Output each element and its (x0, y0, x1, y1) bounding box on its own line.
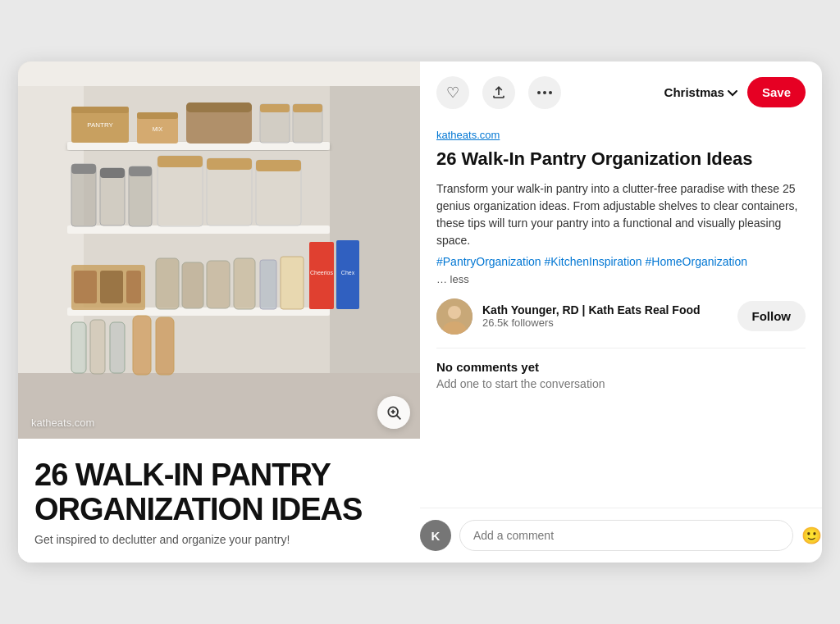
author-avatar[interactable] (436, 298, 472, 335)
article-title: 26 Walk-In Pantry Organization Ideas (436, 148, 806, 171)
svg-text:Chex: Chex (341, 270, 355, 276)
board-selector[interactable]: Christmas (664, 85, 737, 99)
pin-subtitle: Get inspired to declutter and organize y… (34, 533, 404, 546)
svg-rect-12 (137, 112, 178, 119)
svg-rect-39 (234, 258, 255, 309)
right-panel: ♡ Christmas (420, 61, 822, 563)
emoji-button[interactable]: 🙂 (801, 526, 822, 545)
hashtags[interactable]: #PantryOrganization #KitchenInspiration … (436, 253, 806, 271)
svg-rect-47 (90, 320, 105, 374)
svg-rect-15 (186, 102, 252, 112)
svg-text:MIX: MIX (153, 126, 163, 132)
pin-card: PANTRY MIX (18, 61, 822, 563)
pin-image: PANTRY MIX (18, 61, 420, 439)
svg-rect-31 (256, 160, 301, 171)
svg-rect-50 (156, 317, 174, 375)
follow-button[interactable]: Follow (737, 301, 806, 331)
svg-rect-21 (71, 164, 96, 174)
svg-line-52 (397, 415, 401, 419)
author-row: Kath Younger, RD | Kath Eats Real Food 2… (436, 298, 806, 335)
comment-input[interactable] (459, 520, 793, 551)
comments-section: No comments yet Add one to start the con… (436, 360, 806, 390)
pin-details: katheats.com 26 Walk-In Pantry Organizat… (420, 121, 822, 508)
svg-rect-25 (129, 166, 152, 176)
comment-input-row: K 🙂 (404, 508, 822, 563)
svg-rect-40 (260, 260, 276, 309)
lens-button[interactable] (377, 396, 410, 429)
no-comments-label: No comments yet (436, 360, 806, 374)
pin-title: 26 WALK-IN PANTRY ORGANIZATION IDEAS (34, 458, 404, 527)
image-watermark: katheats.com (31, 417, 94, 429)
current-user-avatar: K (420, 520, 451, 551)
source-link[interactable]: katheats.com (436, 129, 806, 141)
svg-rect-42 (309, 242, 334, 309)
svg-rect-49 (133, 316, 151, 375)
svg-rect-23 (100, 168, 125, 178)
svg-point-56 (543, 91, 546, 94)
svg-rect-17 (260, 104, 290, 112)
svg-rect-38 (207, 261, 230, 308)
save-button[interactable]: Save (747, 77, 806, 107)
author-followers: 26.5k followers (482, 317, 728, 329)
svg-rect-3 (18, 61, 420, 86)
svg-rect-27 (158, 156, 203, 167)
svg-text:PANTRY: PANTRY (87, 121, 113, 129)
svg-rect-36 (156, 258, 179, 309)
chevron-down-icon (728, 85, 737, 99)
action-bar: ♡ Christmas (420, 61, 822, 121)
add-comment-prompt: Add one to start the conversation (436, 377, 806, 390)
author-name: Kath Younger, RD | Kath Eats Real Food (482, 303, 728, 317)
svg-point-55 (537, 91, 541, 94)
svg-rect-34 (100, 271, 123, 303)
action-icons: ♡ (436, 76, 561, 109)
svg-rect-35 (126, 271, 141, 303)
svg-rect-48 (110, 322, 125, 373)
svg-rect-29 (207, 158, 252, 170)
svg-point-59 (448, 306, 461, 319)
more-button[interactable] (528, 76, 561, 109)
like-button[interactable]: ♡ (436, 76, 469, 109)
svg-rect-9 (71, 107, 129, 113)
share-button[interactable] (482, 76, 515, 109)
svg-rect-37 (182, 262, 203, 308)
svg-rect-19 (293, 104, 322, 112)
board-label: Christmas (664, 85, 724, 99)
left-panel: PANTRY MIX (18, 61, 420, 563)
description: Transform your walk-in pantry into a clu… (436, 180, 806, 249)
pin-text-area: 26 WALK-IN PANTRY ORGANIZATION IDEAS Get… (18, 439, 420, 563)
see-less-toggle[interactable]: … less (436, 273, 806, 285)
svg-rect-33 (74, 271, 97, 303)
svg-point-57 (549, 91, 552, 94)
author-info: Kath Younger, RD | Kath Eats Real Food 2… (482, 303, 728, 329)
svg-rect-41 (281, 257, 304, 309)
svg-rect-46 (71, 322, 86, 373)
svg-text:Cheerios: Cheerios (310, 270, 334, 276)
heart-icon: ♡ (446, 84, 459, 102)
divider (436, 348, 806, 348)
